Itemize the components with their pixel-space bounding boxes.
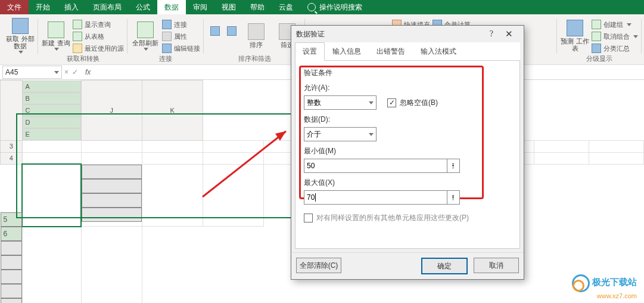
checkbox-checked-icon: ✓ <box>387 98 396 107</box>
tab-insert[interactable]: 插入 <box>57 0 86 14</box>
tab-ime-mode[interactable]: 输入法模式 <box>413 42 464 61</box>
group-label: 分级显示 <box>586 54 612 64</box>
tab-input-message[interactable]: 输入信息 <box>325 42 369 61</box>
tab-view[interactable]: 视图 <box>214 0 243 14</box>
cell[interactable] <box>82 208 142 222</box>
show-queries-button[interactable]: 显示查询 <box>73 19 124 30</box>
ungroup-icon <box>592 32 601 41</box>
tab-layout[interactable]: 页面布局 <box>86 0 129 14</box>
row-header[interactable]: 3 <box>1 140 23 152</box>
tab-error-alert[interactable]: 出错警告 <box>369 42 413 61</box>
tab-cloud[interactable]: 云盘 <box>272 0 300 14</box>
chevron-down-icon <box>54 48 59 51</box>
data-label: 数据(D): <box>304 115 511 125</box>
active-cell[interactable] <box>22 164 81 227</box>
select-all-corner[interactable] <box>1 81 23 141</box>
col-header[interactable]: J <box>81 81 142 141</box>
text-caret <box>315 193 316 202</box>
chevron-down-icon <box>369 133 374 136</box>
cell[interactable] <box>82 165 142 179</box>
fx-icon[interactable]: fx <box>80 68 95 76</box>
tab-home[interactable]: 开始 <box>29 0 57 14</box>
properties-button[interactable]: 属性 <box>162 31 200 42</box>
ungroup-button[interactable]: 取消组合 <box>592 31 638 42</box>
tab-formula[interactable]: 公式 <box>129 0 157 14</box>
new-query-button[interactable]: 新建 查询 <box>42 18 70 54</box>
max-label: 最大值(X) <box>304 178 511 188</box>
tab-settings[interactable]: 设置 <box>295 42 325 61</box>
name-box[interactable]: A45 <box>2 66 62 79</box>
col-header[interactable]: K <box>142 81 203 141</box>
link-icon <box>162 20 172 29</box>
cancel-icon: × <box>64 68 69 76</box>
col-header[interactable]: B <box>23 92 81 104</box>
tab-review[interactable]: 审阅 <box>186 0 214 14</box>
subtotal-button[interactable]: 分类汇总 <box>592 43 638 54</box>
recent-sources-button[interactable]: 最近使用的源 <box>73 43 124 54</box>
chevron-down-icon <box>369 101 374 104</box>
dialog-tabs: 设置 输入信息 出错警告 输入法模式 <box>295 42 520 61</box>
cell[interactable] <box>1 241 22 255</box>
allow-select[interactable]: 整数 <box>304 95 377 110</box>
refresh-icon <box>137 21 154 38</box>
dialog-titlebar[interactable]: 数据验证 ? ✕ <box>291 26 524 42</box>
connections-button[interactable]: 连接 <box>162 19 200 30</box>
max-input[interactable]: 70⭱ <box>304 190 460 205</box>
accept-icon: ✓ <box>72 68 78 76</box>
table-icon <box>48 21 64 38</box>
sort-button[interactable]: 排序 <box>242 18 270 54</box>
close-icon[interactable]: ✕ <box>499 29 519 39</box>
section-label: 验证条件 <box>304 68 511 78</box>
cell[interactable] <box>82 193 142 208</box>
cell[interactable] <box>82 179 142 193</box>
group-icon <box>592 20 601 29</box>
row-header[interactable]: 6 <box>1 227 22 241</box>
refresh-all-button[interactable]: 全部刷新 <box>131 18 160 54</box>
main-tabstrip: 文件 开始 插入 页面布局 公式 数据 审阅 视图 帮助 云盘 操作说明搜索 <box>0 0 644 14</box>
tab-data[interactable]: 数据 <box>157 0 186 14</box>
col-header[interactable]: D <box>23 116 81 128</box>
lightbulb-icon <box>307 3 316 11</box>
edit-link-icon <box>162 44 172 53</box>
data-select[interactable]: 介于 <box>304 127 377 141</box>
allow-label: 允许(A): <box>304 83 511 93</box>
col-header[interactable]: E <box>23 128 81 140</box>
properties-icon <box>162 32 172 41</box>
help-icon[interactable]: ? <box>484 29 499 39</box>
row-header[interactable]: 5 <box>1 212 22 227</box>
forecast-button[interactable]: 预测 工作表 <box>561 18 589 54</box>
watermark-logo-icon <box>572 274 590 292</box>
col-header[interactable]: C <box>23 104 81 116</box>
chevron-down-icon <box>627 23 631 26</box>
ok-button[interactable]: 确定 <box>421 258 468 274</box>
tab-file[interactable]: 文件 <box>0 0 29 14</box>
range-picker-icon[interactable]: ⭱ <box>447 191 459 204</box>
sort-icon <box>248 23 265 40</box>
tell-me-search[interactable]: 操作说明搜索 <box>300 0 369 14</box>
database-icon <box>12 18 29 34</box>
group-button[interactable]: 创建组 <box>592 19 638 30</box>
ignore-blank-checkbox[interactable]: ✓忽略空值(B) <box>387 98 438 108</box>
row-header[interactable]: 4 <box>1 152 23 164</box>
forecast-icon <box>567 20 583 36</box>
cancel-button[interactable]: 取消 <box>474 258 519 273</box>
min-label: 最小值(M) <box>304 146 511 156</box>
table-small-icon <box>73 32 82 41</box>
chevron-down-icon <box>144 48 148 51</box>
range-picker-icon[interactable]: ⭱ <box>447 159 459 172</box>
get-external-data-button[interactable]: 获取 外部数据 <box>6 18 35 54</box>
subtotal-icon <box>592 44 601 53</box>
sort-az-icon <box>210 26 220 36</box>
min-input[interactable]: 50⭱ <box>304 159 460 173</box>
apply-all-checkbox[interactable]: 对有同样设置的所有其他单元格应用这些更改(P) <box>304 213 511 223</box>
clear-all-button[interactable]: 全部清除(C) <box>296 258 341 273</box>
folder-icon <box>73 44 82 53</box>
sort-desc-button[interactable] <box>224 19 239 43</box>
tab-help[interactable]: 帮助 <box>243 0 272 14</box>
checkbox-unchecked-icon <box>304 214 313 222</box>
search-label: 操作说明搜索 <box>319 2 362 13</box>
sort-asc-button[interactable] <box>207 19 223 43</box>
col-header[interactable]: A <box>23 81 81 92</box>
from-table-button[interactable]: 从表格 <box>73 31 124 42</box>
edit-links-button[interactable]: 编辑链接 <box>162 43 200 54</box>
